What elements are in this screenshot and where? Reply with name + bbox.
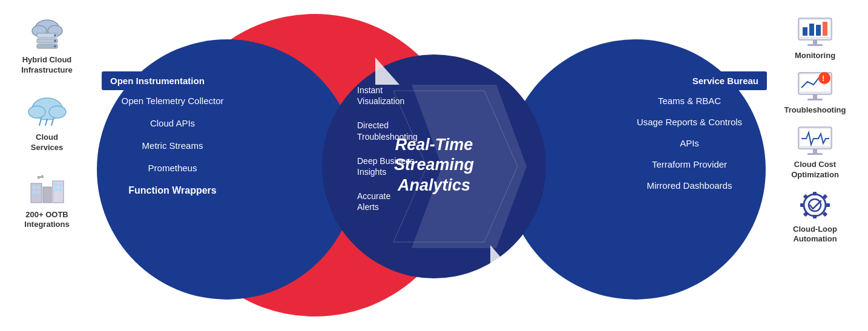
open-instrumentation-label: Open Instrumentation (102, 71, 213, 90)
middle-items: InstantVisualization DirectedTroubleshoo… (357, 85, 472, 213)
main-diagram: Open Instrumentation Service Bureau Open… (0, 0, 868, 331)
list-item: Terraform Provider (652, 159, 727, 169)
list-item: Teams & RBAC (658, 96, 721, 106)
list-item: Metric Streams (142, 140, 203, 151)
list-item: Cloud APIs (150, 118, 195, 128)
list-item: Function Wrappers (128, 185, 217, 196)
list-item: Deep BusinessInsights (357, 156, 472, 177)
list-item: DirectedTroubleshooting (357, 120, 472, 142)
open-instrumentation-items: Open Telemetry Collector Cloud APIs Metr… (106, 96, 239, 196)
list-item: Usage Reports & Controls (637, 117, 742, 127)
service-bureau-items: Teams & RBAC Usage Reports & Controls AP… (617, 96, 762, 191)
service-bureau-label: Service Bureau (684, 71, 767, 90)
list-item: Open Telemetry Collector (122, 96, 224, 106)
list-item: Prometheus (148, 163, 197, 173)
list-item: APIs (680, 138, 699, 148)
list-item: InstantVisualization (357, 85, 472, 107)
list-item: Mirrored Dashboards (647, 180, 732, 191)
list-item: AccurateAlerts (357, 191, 472, 212)
